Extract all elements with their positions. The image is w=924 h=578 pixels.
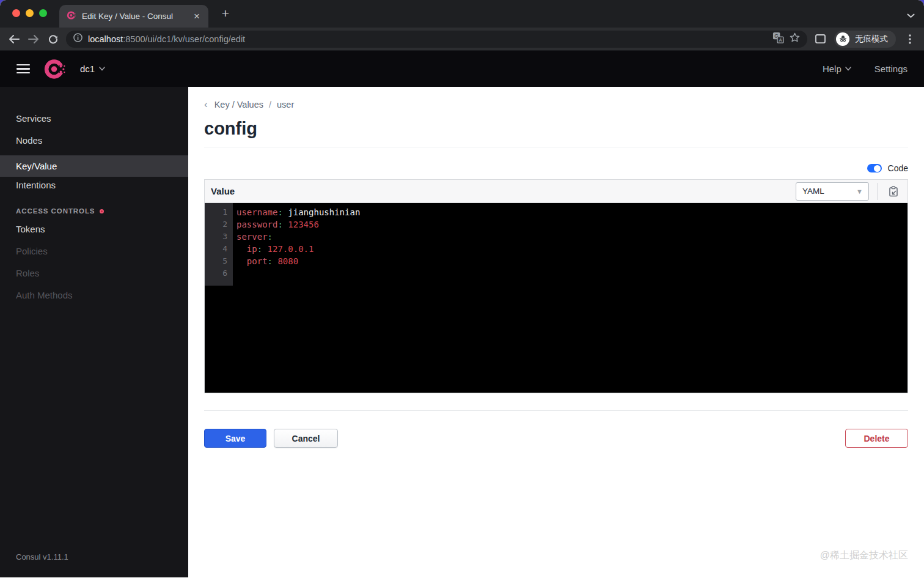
breadcrumb-back-icon[interactable]: ‹ bbox=[204, 99, 208, 109]
datacenter-selector[interactable]: dc1 bbox=[80, 64, 105, 74]
code-token-num: 123456 bbox=[283, 220, 319, 229]
tab-search-icon[interactable] bbox=[907, 10, 915, 21]
consul-top-nav: dc1 Help Settings bbox=[0, 51, 924, 87]
sidebar-item-tokens[interactable]: Tokens bbox=[0, 220, 188, 239]
consul-favicon-icon bbox=[67, 10, 76, 23]
minimize-window-button[interactable] bbox=[26, 9, 34, 17]
access-controls-header: ACCESS CONTROLS bbox=[16, 207, 104, 215]
code-line[interactable]: username: jianghushinian bbox=[237, 206, 360, 218]
back-icon[interactable] bbox=[5, 30, 23, 48]
translate-icon[interactable]: GA bbox=[772, 32, 784, 46]
line-number: 6 bbox=[205, 267, 233, 280]
window-controls bbox=[12, 9, 47, 17]
breadcrumb: ‹ Key / Values / user bbox=[204, 99, 908, 109]
breadcrumb-user-link[interactable]: user bbox=[277, 100, 294, 109]
help-label: Help bbox=[823, 64, 842, 74]
line-number: 5 bbox=[205, 255, 233, 267]
value-panel-header: Value YAML ▼ bbox=[205, 180, 908, 203]
breadcrumb-separator: / bbox=[269, 100, 271, 109]
browser-tab[interactable]: Edit Key / Value - Consul × bbox=[59, 5, 208, 28]
menu-hamburger-icon[interactable] bbox=[16, 64, 30, 74]
save-button[interactable]: Save bbox=[204, 429, 266, 448]
sidebar-item-nodes[interactable]: Nodes bbox=[0, 130, 188, 152]
delete-button[interactable]: Delete bbox=[845, 429, 908, 448]
help-menu[interactable]: Help bbox=[823, 64, 851, 74]
incognito-label: 无痕模式 bbox=[855, 34, 888, 45]
format-select[interactable]: YAML ▼ bbox=[796, 182, 869, 201]
code-editor[interactable]: 123456 username: jianghushinianpassword:… bbox=[205, 203, 908, 393]
profile-badge[interactable]: 无痕模式 bbox=[834, 31, 896, 48]
browser-menu-icon[interactable] bbox=[901, 30, 919, 48]
settings-link[interactable]: Settings bbox=[875, 64, 908, 74]
editor-lines: username: jianghushinianpassword: 123456… bbox=[233, 203, 360, 280]
line-number: 3 bbox=[205, 231, 233, 243]
side-panel-icon[interactable] bbox=[811, 30, 829, 48]
sidebar-item-services[interactable]: Services bbox=[0, 108, 188, 130]
code-toggle[interactable] bbox=[867, 164, 882, 172]
header-divider bbox=[877, 183, 878, 200]
url-text[interactable]: localhost:8500/ui/dc1/kv/user/config/edi… bbox=[88, 34, 245, 44]
code-line[interactable]: ip: 127.0.0.1 bbox=[237, 243, 360, 255]
code-token-num: 8080 bbox=[273, 256, 298, 266]
consul-logo-icon[interactable] bbox=[43, 57, 67, 81]
breadcrumb-key-values-link[interactable]: Key / Values bbox=[215, 100, 263, 109]
chevron-down-icon bbox=[845, 67, 851, 71]
acl-status-dot bbox=[100, 209, 104, 213]
close-window-button[interactable] bbox=[12, 9, 20, 17]
code-line[interactable]: password: 123456 bbox=[237, 218, 360, 231]
code-token-plain bbox=[237, 244, 247, 254]
consul-version-label: Consul v1.11.1 bbox=[16, 552, 68, 561]
cancel-button[interactable]: Cancel bbox=[274, 429, 338, 448]
action-buttons: Save Cancel Delete bbox=[204, 429, 908, 448]
close-tab-icon[interactable]: × bbox=[193, 11, 201, 21]
datacenter-label: dc1 bbox=[80, 64, 95, 74]
tab-strip: Edit Key / Value - Consul × + bbox=[0, 0, 924, 28]
code-token-colon: : bbox=[257, 244, 262, 254]
section-divider bbox=[204, 410, 908, 411]
code-token-key: username bbox=[237, 207, 277, 217]
bookmark-star-icon[interactable] bbox=[790, 32, 800, 45]
clipboard-copy-icon[interactable] bbox=[886, 183, 901, 199]
sidebar: Services Nodes Key/Value Intentions ACCE… bbox=[0, 87, 188, 577]
forward-icon[interactable] bbox=[24, 30, 43, 48]
format-selected-value: YAML bbox=[802, 187, 824, 196]
line-number: 4 bbox=[205, 243, 233, 255]
url-host: localhost bbox=[88, 34, 123, 44]
main-content: ‹ Key / Values / user config Code Value … bbox=[188, 87, 924, 577]
code-token-key: ip bbox=[247, 244, 257, 254]
code-token-colon: : bbox=[277, 207, 282, 217]
value-panel: Value YAML ▼ 123456 username: ji bbox=[204, 179, 908, 393]
sidebar-item-auth-methods[interactable]: Auth Methods bbox=[0, 286, 188, 305]
incognito-icon bbox=[836, 32, 849, 46]
code-token-key: server bbox=[237, 232, 268, 242]
code-token-colon: : bbox=[277, 220, 282, 229]
sidebar-item-intentions[interactable]: Intentions bbox=[0, 174, 188, 196]
code-token-colon: : bbox=[268, 232, 273, 242]
sidebar-item-policies[interactable]: Policies bbox=[0, 242, 188, 261]
url-path: :8500/ui/dc1/kv/user/config/edit bbox=[123, 34, 245, 44]
site-info-icon[interactable] bbox=[73, 33, 82, 45]
new-tab-button[interactable]: + bbox=[218, 6, 233, 21]
code-token-key: port bbox=[247, 256, 268, 266]
code-toggle-row: Code bbox=[204, 163, 908, 173]
watermark: @稀土掘金技术社区 bbox=[820, 549, 908, 562]
settings-label: Settings bbox=[875, 64, 908, 74]
value-label: Value bbox=[211, 186, 235, 196]
code-token-key: password bbox=[237, 220, 277, 229]
chevron-down-icon bbox=[99, 67, 105, 71]
sidebar-item-roles[interactable]: Roles bbox=[0, 264, 188, 283]
reload-icon[interactable] bbox=[44, 30, 62, 48]
code-line[interactable] bbox=[237, 267, 360, 280]
code-line[interactable]: server: bbox=[237, 231, 360, 243]
sidebar-item-key-value[interactable]: Key/Value bbox=[0, 155, 188, 177]
address-bar[interactable]: localhost:8500/ui/dc1/kv/user/config/edi… bbox=[66, 31, 807, 48]
code-token-str: jianghushinian bbox=[283, 207, 360, 217]
browser-toolbar: localhost:8500/ui/dc1/kv/user/config/edi… bbox=[0, 28, 924, 51]
line-number: 1 bbox=[205, 206, 233, 218]
zoom-window-button[interactable] bbox=[39, 9, 47, 17]
code-token-plain bbox=[237, 256, 247, 266]
code-token-num: 127.0.0.1 bbox=[262, 244, 314, 254]
browser-window: Edit Key / Value - Consul × + localhost:… bbox=[0, 0, 924, 578]
select-chevron-icon: ▼ bbox=[856, 188, 863, 195]
code-line[interactable]: port: 8080 bbox=[237, 255, 360, 267]
